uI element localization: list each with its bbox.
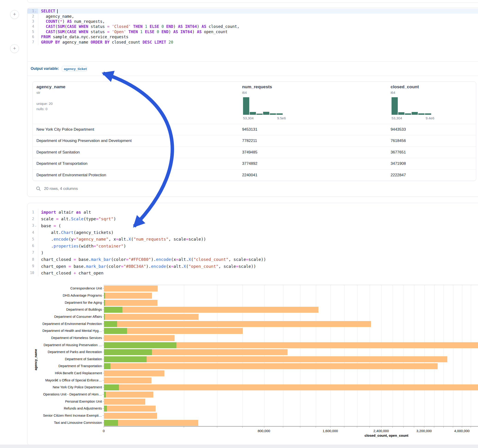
- gridline: [453, 285, 453, 426]
- gridline: [381, 285, 382, 426]
- sql-cell: 1⌄SELECT2 agency_name,3 COUNT(*) AS num_…: [27, 8, 478, 197]
- gridline: [462, 285, 462, 426]
- table-cell: Department of Housing Preservation and D…: [37, 138, 132, 143]
- line-number: 2: [32, 217, 34, 221]
- axis-tick-label: 800,000: [258, 429, 270, 433]
- open_count-bar: [104, 406, 107, 412]
- gridline: [370, 285, 370, 426]
- y-axis-label: Department of Health and Mental Hyg…: [42, 329, 102, 333]
- closed_count-bar: [104, 370, 164, 376]
- histogram-bar: [398, 112, 404, 115]
- closed_count-bar: [104, 314, 199, 320]
- table-row[interactable]: New York City Police Department945313194…: [33, 124, 476, 135]
- fold-chevron-icon[interactable]: ⌄: [34, 224, 37, 227]
- histogram-bar: [250, 112, 256, 115]
- open_count-bar: [104, 356, 147, 362]
- table-cell: 3749485: [242, 150, 257, 155]
- gridline: [283, 285, 283, 426]
- column-header-closed-count[interactable]: closed_count i64: [391, 84, 419, 94]
- column-type: i64: [242, 91, 272, 94]
- table-cell: Department of Transportation: [37, 161, 87, 166]
- histogram-bar: [418, 113, 425, 115]
- y-axis-label: Department of Buildings: [66, 308, 102, 311]
- axis-tick: [103, 359, 104, 359]
- y-axis-label: Department of Consumer Affairs: [54, 315, 102, 318]
- line-number: 1: [32, 210, 34, 214]
- table-cell: New York City Police Department: [37, 127, 94, 132]
- output-variable-row: Output variable: agency_tickets: [31, 65, 87, 73]
- closed_count-bar: [104, 363, 438, 369]
- table-cell: Department of Environmental Protection: [37, 173, 106, 177]
- histogram-bar: [412, 112, 418, 115]
- table-cell: 7782211: [242, 138, 257, 143]
- axis-tick-label: 3,200,000: [416, 429, 432, 433]
- axis-tick: [103, 345, 104, 345]
- closed_count-bar: [104, 321, 371, 327]
- table-cell: 3677651: [391, 150, 406, 155]
- open_count-bar: [104, 293, 105, 299]
- divider: [27, 61, 478, 62]
- line-number: 4: [32, 25, 34, 29]
- line-number: 5: [32, 237, 34, 241]
- hist-min-label: 53,304: [391, 116, 402, 120]
- table-cell: 9453131: [242, 127, 257, 132]
- column-header-agency-name[interactable]: agency_name str unique: 20 nulls: 0: [37, 84, 65, 112]
- line-number: 6: [32, 244, 34, 248]
- axis-tick-label: 1,600,000: [323, 429, 338, 433]
- histogram-bar: [425, 113, 431, 115]
- closed_count-bar: [104, 300, 157, 306]
- y-axis-label: HRA Benefit Card Replacement: [55, 371, 102, 375]
- axis-tick: [103, 408, 104, 409]
- add-cell-button-output[interactable]: +: [10, 44, 19, 53]
- gridline: [471, 285, 471, 426]
- y-axis-label: Personal Exemption Unit: [65, 400, 102, 403]
- gridline: [264, 285, 264, 426]
- add-cell-button-top[interactable]: +: [10, 10, 19, 19]
- table-row[interactable]: Department of Transportation377489234719…: [33, 158, 476, 169]
- code-line: 7GROUP BY agency_name ORDER BY closed_co…: [27, 39, 478, 44]
- axis-tick: [103, 338, 104, 338]
- closed_count-bar: [104, 356, 447, 362]
- search-icon[interactable]: [36, 186, 41, 191]
- column-type: i64: [391, 91, 419, 94]
- y-axis-label: Senior Citizen Rent Increase Exempti…: [43, 414, 102, 417]
- y-axis-label: Department of Parks and Recreation: [48, 350, 102, 354]
- sql-editor[interactable]: 1⌄SELECT2 agency_name,3 COUNT(*) AS num_…: [27, 8, 478, 45]
- y-axis-label: Department of Transportation: [58, 364, 102, 368]
- table-row[interactable]: Department of Environmental Protection22…: [33, 169, 476, 181]
- open_count-bar: [104, 342, 176, 348]
- column-name: num_requests: [242, 84, 272, 89]
- code-line: 2scale = alt.Scale(type="sqrt"): [27, 216, 478, 222]
- axis-tick: [424, 427, 424, 428]
- closed_count-bar: [104, 307, 318, 313]
- axis-tick: [443, 427, 444, 428]
- gridline: [316, 285, 316, 426]
- gridline: [424, 285, 425, 426]
- table-row[interactable]: Department of Housing Preservation and D…: [33, 135, 476, 147]
- fold-chevron-icon[interactable]: ⌄: [34, 10, 37, 12]
- table-row[interactable]: Department of Sanitation37494853677651: [33, 147, 476, 158]
- axis-tick: [453, 427, 453, 428]
- axis-tick: [403, 427, 403, 428]
- axis-tick: [316, 427, 316, 428]
- output-variable-pill[interactable]: agency_tickets: [62, 66, 87, 72]
- open_count-bar: [104, 363, 110, 369]
- text-cursor: [57, 9, 58, 13]
- axis-tick: [104, 427, 104, 428]
- axis-tick: [103, 387, 104, 387]
- column-stat-nulls: nulls: 0: [37, 106, 65, 112]
- open_count-bar: [104, 384, 119, 390]
- code-line: 7): [27, 249, 478, 256]
- y-axis-label: DHS Advantage Programs: [63, 294, 102, 297]
- closed_count-bar: [104, 293, 152, 299]
- python-editor[interactable]: 1import altair as alt2scale = alt.Scale(…: [27, 209, 478, 276]
- open_count-bar: [104, 392, 106, 398]
- axis-tick: [184, 427, 184, 428]
- open_count-bar: [104, 321, 117, 327]
- table-cell: 3774892: [242, 161, 257, 166]
- column-header-num-requests[interactable]: num_requests i64: [242, 84, 272, 94]
- line-number: 7: [32, 40, 34, 44]
- gridline: [414, 285, 414, 426]
- notebook-page: + + 1⌄SELECT2 agency_name,3 COUNT(*) AS …: [0, 0, 478, 448]
- hist-min-label: 53,304: [243, 116, 254, 120]
